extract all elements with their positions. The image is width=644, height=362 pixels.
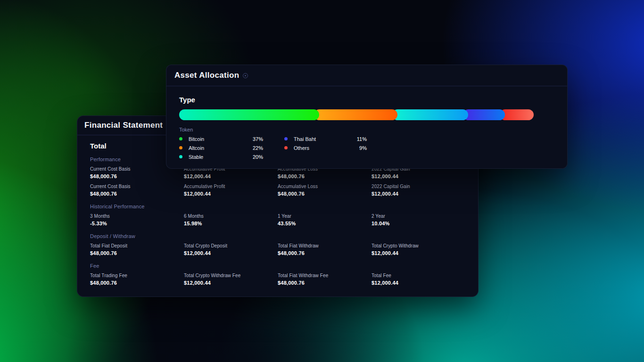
stat-value: $12,000.44 bbox=[372, 250, 465, 256]
stat-value: $48,000.76 bbox=[90, 191, 184, 197]
stat-label: 6 Months bbox=[184, 214, 278, 219]
legend-token-name: Stable bbox=[189, 154, 203, 160]
stat-row: Total Fiat Deposit$48,000.76Total Crypto… bbox=[90, 243, 465, 256]
stat-value: $12,000.44 bbox=[184, 173, 278, 180]
legend-dot-icon bbox=[179, 155, 182, 158]
legend-token-percent: 9% bbox=[359, 145, 367, 151]
stat-cell: Total Crypto Withdraw Fee$12,000.44 bbox=[184, 273, 278, 286]
stat-value: $48,000.76 bbox=[278, 250, 372, 256]
token-legend: Bitcoin37%Altcoin22%Stable20% Thai Baht1… bbox=[179, 134, 554, 161]
stat-cell: Total Crypto Withdraw$12,000.44 bbox=[372, 243, 465, 256]
legend-dot-icon bbox=[284, 146, 288, 149]
stat-value: $12,000.44 bbox=[372, 191, 465, 197]
legend-token-name: Others bbox=[294, 145, 309, 151]
section-label-historical-performance: Historical Performance bbox=[90, 204, 465, 209]
legend-token-name: Altcoin bbox=[189, 145, 204, 151]
legend-item-stable: Stable20% bbox=[179, 152, 263, 161]
stat-value: $48,000.76 bbox=[278, 191, 372, 197]
section-label-deposit-withdraw: Deposit / Withdraw bbox=[90, 233, 465, 239]
stat-label: Accumulative Loss bbox=[278, 184, 372, 189]
legend-dot-icon bbox=[284, 137, 288, 140]
stat-value: $48,000.76 bbox=[90, 173, 184, 180]
bar-segment-altcoin bbox=[314, 109, 397, 120]
legend-item-altcoin: Altcoin22% bbox=[179, 143, 263, 152]
bar-segment-bitcoin bbox=[179, 109, 319, 120]
stat-label: Total Fiat Deposit bbox=[90, 243, 184, 249]
legend-token-percent: 11% bbox=[357, 136, 367, 142]
stat-value: $48,000.76 bbox=[90, 250, 184, 256]
stat-value: $12,000.44 bbox=[184, 191, 278, 197]
info-icon[interactable] bbox=[243, 73, 248, 78]
stat-label: Total Fee bbox=[372, 273, 465, 279]
statement-sections: PerformanceCurrent Cost Basis$48,000.76A… bbox=[90, 156, 465, 286]
section-label-fee: Fee bbox=[90, 263, 465, 269]
legend-item-thai-baht: Thai Baht11% bbox=[284, 134, 367, 143]
legend-dot-icon bbox=[179, 137, 182, 140]
allocation-stacked-bar bbox=[179, 109, 554, 120]
stat-value: 10.04% bbox=[372, 221, 465, 227]
bar-segment-thai-baht bbox=[463, 109, 504, 120]
desktop-background: { "asset_allocation": { "title": "Asset … bbox=[0, 0, 644, 362]
stat-label: 1 Year bbox=[278, 214, 372, 219]
legend-token-percent: 20% bbox=[253, 154, 263, 160]
stat-label: Total Crypto Withdraw bbox=[372, 243, 465, 249]
stat-cell: 2 Year10.04% bbox=[372, 214, 465, 227]
stat-cell: Total Trading Fee$48,000.76 bbox=[90, 273, 184, 286]
stat-value: 15.98% bbox=[184, 221, 278, 227]
stat-row: Total Trading Fee$48,000.76Total Crypto … bbox=[90, 273, 465, 286]
legend-token-name: Thai Baht bbox=[294, 136, 316, 142]
stat-label: Total Fiat Withdraw Fee bbox=[278, 273, 372, 279]
stat-value: -5.33% bbox=[90, 221, 184, 227]
stat-row: 3 Months-5.33%6 Months15.98%1 Year43.55%… bbox=[90, 214, 465, 227]
stat-cell: Total Fee$12,000.44 bbox=[372, 273, 465, 286]
stat-value: $48,000.76 bbox=[90, 280, 184, 286]
stat-label: Accumulative Profit bbox=[184, 184, 278, 189]
stat-value: 43.55% bbox=[278, 221, 372, 227]
bar-segment-stable bbox=[392, 109, 468, 120]
stat-cell: 2022 Capital Gain$12,000.44 bbox=[372, 184, 465, 197]
stat-value: $12,000.44 bbox=[372, 280, 465, 286]
stat-value: $48,000.76 bbox=[278, 173, 372, 180]
stat-value: $12,000.44 bbox=[184, 280, 278, 286]
stat-value: $12,000.44 bbox=[372, 173, 465, 180]
stat-label: Current Cost Basis bbox=[90, 184, 184, 189]
financial-statement-title: Financial Statement bbox=[84, 121, 163, 130]
stat-label: Total Trading Fee bbox=[90, 273, 184, 279]
legend-token-percent: 22% bbox=[253, 145, 263, 151]
stat-cell: 6 Months15.98% bbox=[184, 214, 278, 227]
stat-cell: Total Crypto Deposit$12,000.44 bbox=[184, 243, 278, 256]
asset-allocation-title: Asset Allocation bbox=[174, 71, 239, 80]
stat-value: $48,000.76 bbox=[278, 280, 372, 286]
stat-label: Total Crypto Withdraw Fee bbox=[184, 273, 278, 279]
stat-cell: Total Fiat Withdraw$48,000.76 bbox=[278, 243, 372, 256]
stat-cell: 3 Months-5.33% bbox=[90, 214, 184, 227]
legend-item-bitcoin: Bitcoin37% bbox=[179, 134, 263, 143]
stat-cell: Total Fiat Deposit$48,000.76 bbox=[90, 243, 184, 256]
stat-label: 3 Months bbox=[90, 214, 184, 219]
stat-cell: Current Cost Basis$48,000.76 bbox=[90, 184, 184, 197]
stat-row: Current Cost Basis$48,000.76Accumulative… bbox=[90, 184, 465, 197]
legend-dot-icon bbox=[179, 146, 182, 149]
legend-token-name: Bitcoin bbox=[189, 136, 204, 142]
stat-cell: Accumulative Loss$48,000.76 bbox=[278, 184, 372, 197]
stat-value: $12,000.44 bbox=[184, 250, 278, 256]
stat-label: Total Crypto Deposit bbox=[184, 243, 278, 249]
stat-label: 2022 Capital Gain bbox=[372, 184, 465, 189]
asset-allocation-card: Asset Allocation Type Token Bitcoin37%Al… bbox=[166, 65, 568, 169]
type-heading: Type bbox=[179, 96, 554, 104]
asset-allocation-header: Asset Allocation bbox=[166, 65, 567, 86]
legend-item-others: Others9% bbox=[284, 143, 367, 152]
stat-label: Total Fiat Withdraw bbox=[278, 243, 372, 249]
stat-label: 2 Year bbox=[372, 214, 465, 219]
stat-cell: Accumulative Profit$12,000.44 bbox=[184, 184, 278, 197]
legend-column-1: Bitcoin37%Altcoin22%Stable20% bbox=[179, 134, 263, 161]
stat-cell: 1 Year43.55% bbox=[278, 214, 372, 227]
token-heading: Token bbox=[179, 127, 554, 132]
legend-column-2: Thai Baht11%Others9% bbox=[284, 134, 367, 161]
stat-cell: Total Fiat Withdraw Fee$48,000.76 bbox=[278, 273, 372, 286]
legend-token-percent: 37% bbox=[253, 136, 263, 142]
asset-allocation-body: Type Token Bitcoin37%Altcoin22%Stable20%… bbox=[166, 86, 567, 161]
